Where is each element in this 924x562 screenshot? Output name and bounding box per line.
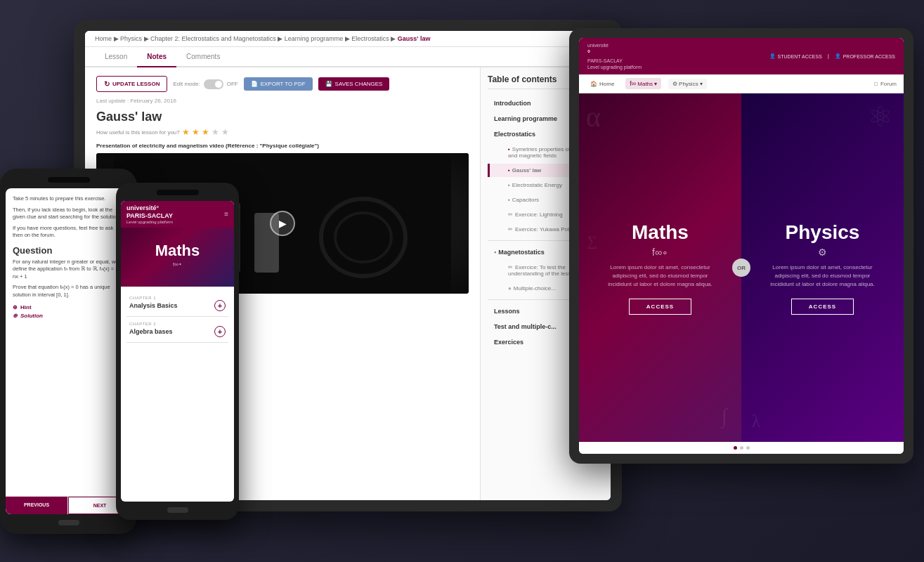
phys-bg-2: λ (752, 412, 760, 431)
professor-access-button[interactable]: 👤 PROFESSOR ACCESS (835, 53, 895, 59)
rating: How useful is this lesson for you? ★ ★ ★… (96, 127, 469, 137)
tab-lesson[interactable]: Lesson (95, 47, 137, 67)
student-access-label: STUDENT ACCESS (778, 54, 822, 59)
hero-split: α ∫ ∑ Maths f∞∘ Lorem ipsum dolor sit am… (579, 93, 904, 442)
logo-text-small: université° PARIS-SACLAY (126, 204, 221, 220)
chapter-list: CHAPTER 1 Analysis Basics + CHAPTER 2 Al… (121, 287, 234, 347)
tr-nav: 🏠 Home f∞ Maths ▾ ⚙ Physics ▾ □ Forum (579, 74, 904, 93)
phone-home-button-mid[interactable] (167, 507, 188, 513)
phone-notch-mid (157, 190, 199, 195)
exercise-title: Question (13, 245, 124, 256)
or-badge: OR (732, 259, 750, 277)
physics-chevron-icon: ▾ (700, 81, 703, 87)
hint-link[interactable]: ⊕ Hint (13, 304, 124, 311)
nav-forum[interactable]: □ Forum (874, 81, 897, 87)
math-bg-3: ∑ (587, 233, 597, 249)
hint-label: Hint (20, 304, 32, 311)
student-access-button[interactable]: 👤 STUDENT ACCESS (769, 53, 822, 59)
hero-maths: α ∫ ∑ Maths f∞∘ Lorem ipsum dolor sit am… (579, 93, 741, 442)
nav-home-label: Home (599, 81, 614, 87)
edit-toggle[interactable] (204, 79, 223, 89)
lesson-title: Gauss' law (96, 110, 469, 124)
nav-home[interactable]: 🏠 Home (586, 79, 618, 89)
edit-mode-label: Edit mode: (173, 81, 200, 87)
nav-maths-label: Maths (637, 81, 653, 87)
chapter-1-expand[interactable]: + (214, 300, 226, 311)
plus-icon-solution: ⊕ (13, 313, 18, 319)
update-lesson-button[interactable]: UPDATE LESSON (96, 76, 167, 92)
maths-access-button[interactable]: ACCESS (629, 299, 691, 315)
chapter-2-title: Algebra bases (129, 328, 173, 335)
physics-access-button[interactable]: ACCESS (791, 299, 854, 315)
physics-hero-desc: Lorem ipsum dolor sit amet, consectetur … (767, 263, 879, 289)
chapter-1-item[interactable]: CHAPTER 1 Analysis Basics + (126, 291, 228, 317)
solution-label: Solution (20, 313, 43, 319)
tablet-right: université° PARIS-SACLAY Level upgrading… (569, 28, 913, 464)
platform-name-mid: Level upgrading platform (126, 220, 221, 224)
exercise-intro-1: Take 5 minutes to prepare this exercise. (13, 195, 124, 203)
chapter-1-name: Analysis Basics + (129, 300, 226, 311)
breadcrumb-electrostatics[interactable]: Electrostatics (351, 35, 389, 42)
university-name-mid: université (126, 204, 157, 211)
tab-comments[interactable]: Comments (176, 47, 230, 67)
chapter-1-title: Analysis Basics (129, 302, 178, 309)
tab-notes[interactable]: Notes (137, 47, 176, 67)
prev-button[interactable]: PREVIOUS (6, 497, 68, 514)
star-5[interactable]: ★ (221, 127, 229, 137)
phone-home-button-left[interactable] (58, 520, 79, 525)
nav-maths[interactable]: f∞ Maths ▾ (625, 78, 661, 89)
hero-physics: ⚛ λ Physics ⚙ Lorem ipsum dolor sit amet… (741, 93, 904, 442)
rating-label: How useful is this lesson for you? (96, 129, 180, 136)
toolbar: UPDATE LESSON Edit mode: OFF 📄 EXPORT TO… (96, 76, 469, 92)
chapter-2-item[interactable]: CHAPTER 2 Algebra bases + (126, 317, 228, 343)
chapter-2-name: Algebra bases + (129, 326, 226, 337)
solution-link[interactable]: ⊕ Solution (13, 313, 124, 319)
breadcrumb-home[interactable]: Home (95, 35, 112, 42)
save-icon: 💾 (325, 81, 332, 87)
export-label: EXPORT TO PDF (261, 81, 306, 87)
exercise-question-2: Prove that equation fₙ(x) = 0 has a uniq… (13, 284, 124, 299)
person-icon: 👤 (769, 53, 776, 59)
star-3[interactable]: ★ (202, 127, 209, 137)
edit-state: OFF (227, 81, 238, 87)
tr-access-btns: 👤 STUDENT ACCESS | 👤 PROFESSOR ACCESS (769, 53, 895, 59)
phone-mid-screen: université° PARIS-SACLAY Level upgrading… (121, 201, 234, 502)
exercise-question-1: For any natural integer n greater or equ… (13, 259, 124, 281)
maths-formula-icon: f∞∘ (652, 247, 668, 258)
hamburger-icon[interactable]: ≡ (224, 210, 228, 218)
scene: Home ▶ Physics ▶ Chapter 2: Electrostati… (0, 0, 924, 562)
tr-logo-text: université° PARIS-SACLAY Level upgrading… (587, 42, 642, 70)
star-2[interactable]: ★ (192, 127, 200, 137)
exercise-intro-2: Then, if you lack ideas to begin, look a… (13, 207, 124, 221)
phone-mid-logo: université° PARIS-SACLAY Level upgrading… (126, 204, 221, 224)
professor-access-label: PROFESSOR ACCESS (843, 54, 895, 59)
play-button[interactable]: ▶ (270, 211, 295, 236)
tablet-right-screen: université° PARIS-SACLAY Level upgrading… (579, 38, 904, 454)
maths-nav-icon: f∞ (630, 80, 636, 87)
maths-hero-title-tr: Maths (632, 221, 689, 244)
exercise-intro-3: If you have more questions, feel free to… (13, 225, 124, 240)
star-4[interactable]: ★ (212, 127, 219, 137)
tablet-right-header: université° PARIS-SACLAY Level upgrading… (579, 38, 904, 74)
phys-bg-1: ⚛ (868, 100, 893, 133)
save-changes-button[interactable]: 💾 SAVES CHANGES (318, 77, 390, 91)
campus-name-mid: PARIS-SACLAY (126, 212, 173, 219)
breadcrumb-chapter[interactable]: Chapter 2: Electrostatics and Magnetosta… (150, 35, 276, 42)
phone-mid-content: Maths f∞∘ CHAPTER 1 Analysis Basics + CH… (121, 228, 234, 502)
chapter-2-expand[interactable]: + (214, 326, 226, 337)
tr-university: université (587, 42, 642, 48)
plus-icon-hint: ⊕ (13, 304, 18, 311)
breadcrumb-current: Gauss' law (398, 35, 431, 42)
tr-platform: Level upgrading platform (587, 64, 642, 70)
nav-physics[interactable]: ⚙ Physics ▾ (668, 79, 707, 89)
nav-physics-label: Physics (679, 81, 698, 87)
tr-logo: université° PARIS-SACLAY Level upgrading… (587, 42, 642, 70)
phone-notch-left (48, 177, 90, 183)
forum-icon: □ (874, 81, 878, 87)
last-update: Last update : February 26, 2016 (96, 98, 469, 104)
star-1[interactable]: ★ (182, 127, 190, 137)
breadcrumb-programme[interactable]: Learning programme (285, 35, 344, 42)
export-pdf-button[interactable]: 📄 EXPORT TO PDF (244, 77, 313, 91)
breadcrumb-physics[interactable]: Physics (120, 35, 142, 42)
save-label: SAVES CHANGES (335, 81, 383, 87)
